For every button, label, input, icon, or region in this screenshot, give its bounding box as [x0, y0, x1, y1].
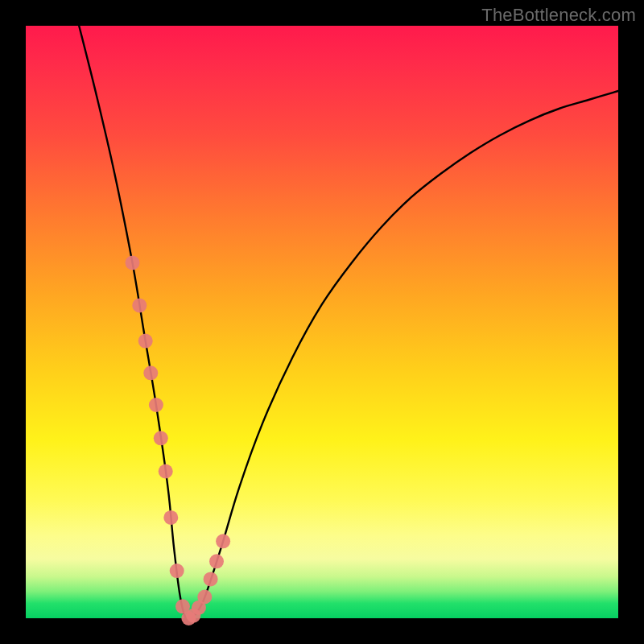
data-dot: [209, 554, 224, 568]
data-dot: [204, 572, 218, 586]
chart-frame: TheBottleneck.com: [0, 0, 644, 644]
data-dot: [138, 334, 153, 349]
data-dot: [132, 298, 147, 312]
bottleneck-curve: [79, 26, 618, 621]
data-dot: [126, 255, 140, 270]
plot-area: [26, 26, 618, 618]
bottleneck-curve-svg: [26, 26, 618, 618]
watermark-text: TheBottleneck.com: [481, 5, 636, 26]
data-dot: [163, 510, 178, 525]
data-dot: [159, 464, 173, 479]
data-dot: [154, 431, 168, 445]
data-dot: [149, 398, 163, 412]
data-dot: [197, 590, 212, 605]
data-dot: [143, 365, 158, 380]
data-dot: [170, 564, 184, 578]
data-dot: [216, 534, 230, 548]
curve-path-group: [79, 26, 618, 621]
